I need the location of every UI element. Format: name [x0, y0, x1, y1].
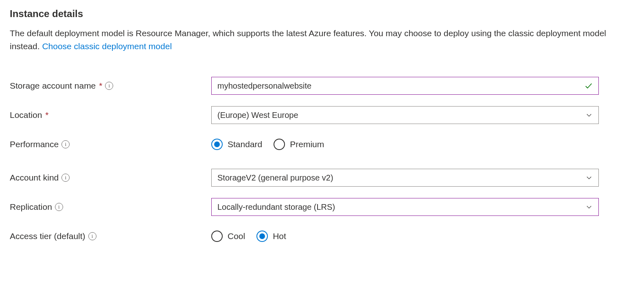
label-text: Account kind: [10, 173, 59, 183]
access-tier-radio-group: Cool Hot: [211, 231, 599, 242]
label-text: Location: [10, 110, 42, 120]
row-location: Location * (Europe) West Europe: [10, 106, 634, 124]
info-icon[interactable]: i: [55, 203, 63, 211]
control-access-tier: Cool Hot: [211, 231, 599, 242]
info-icon[interactable]: i: [61, 174, 70, 182]
radio-dot-icon: [259, 233, 265, 239]
label-text: Access tier (default): [10, 231, 85, 241]
row-account-kind: Account kind i StorageV2 (general purpos…: [10, 169, 634, 187]
required-star-icon: *: [99, 81, 102, 90]
info-icon[interactable]: i: [88, 232, 96, 240]
radio-option-hot[interactable]: Hot: [256, 231, 286, 242]
location-select[interactable]: (Europe) West Europe: [211, 106, 599, 124]
row-replication: Replication i Locally-redundant storage …: [10, 198, 634, 216]
label-account-kind: Account kind i: [10, 173, 211, 183]
classic-deployment-link[interactable]: Choose classic deployment model: [42, 41, 172, 51]
label-storage-account-name: Storage account name * i: [10, 81, 211, 91]
label-location: Location *: [10, 110, 211, 120]
row-access-tier: Access tier (default) i Cool Hot: [10, 227, 634, 245]
label-text: Performance: [10, 139, 59, 149]
label-replication: Replication i: [10, 202, 211, 212]
chevron-down-icon: [585, 174, 593, 181]
radio-icon: [211, 139, 223, 150]
label-performance: Performance i: [10, 139, 211, 149]
radio-label: Cool: [228, 231, 245, 241]
radio-label: Hot: [273, 231, 286, 241]
radio-option-standard[interactable]: Standard: [211, 139, 262, 150]
select-value: StorageV2 (general purpose v2): [217, 173, 333, 183]
radio-dot-icon: [214, 141, 220, 147]
row-performance: Performance i Standard Premium: [10, 135, 634, 153]
account-kind-select[interactable]: StorageV2 (general purpose v2): [211, 169, 599, 187]
label-text: Replication: [10, 202, 52, 212]
select-value: Locally-redundant storage (LRS): [217, 202, 335, 212]
control-location: (Europe) West Europe: [211, 106, 599, 124]
radio-option-premium[interactable]: Premium: [274, 139, 324, 150]
replication-select[interactable]: Locally-redundant storage (LRS): [211, 198, 599, 216]
control-storage-account-name: [211, 77, 599, 95]
control-account-kind: StorageV2 (general purpose v2): [211, 169, 599, 187]
control-replication: Locally-redundant storage (LRS): [211, 198, 599, 216]
radio-option-cool[interactable]: Cool: [211, 231, 245, 242]
section-description: The default deployment model is Resource…: [10, 27, 612, 52]
radio-label: Premium: [290, 139, 324, 149]
storage-account-name-input[interactable]: [211, 77, 599, 95]
info-icon[interactable]: i: [61, 140, 70, 148]
radio-icon: [211, 231, 223, 242]
required-star-icon: *: [45, 110, 48, 120]
select-value: (Europe) West Europe: [217, 111, 298, 120]
radio-icon: [256, 231, 268, 242]
radio-icon: [274, 139, 285, 150]
label-access-tier: Access tier (default) i: [10, 231, 211, 241]
label-text: Storage account name: [10, 81, 96, 90]
control-performance: Standard Premium: [211, 139, 599, 150]
section-heading: Instance details: [10, 8, 634, 20]
row-storage-account-name: Storage account name * i: [10, 77, 634, 95]
radio-label: Standard: [228, 139, 262, 149]
info-icon[interactable]: i: [105, 82, 113, 90]
chevron-down-icon: [585, 203, 593, 211]
performance-radio-group: Standard Premium: [211, 139, 599, 150]
chevron-down-icon: [585, 111, 593, 119]
